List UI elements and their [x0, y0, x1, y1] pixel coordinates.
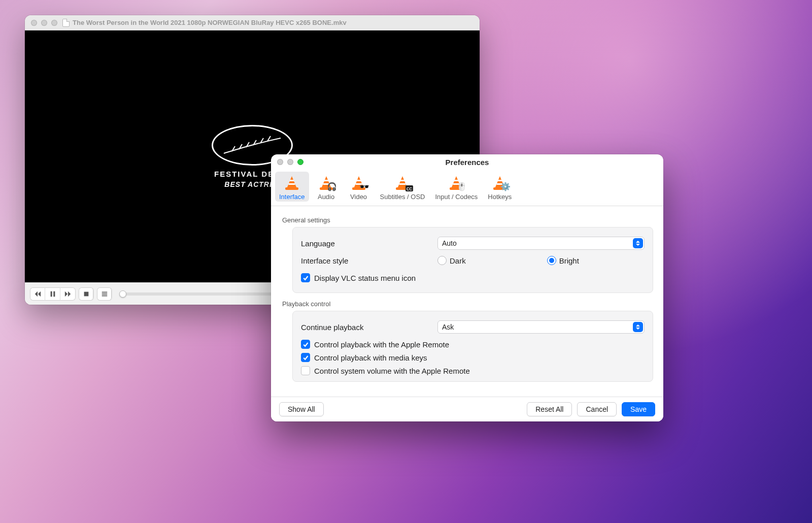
minimize-icon[interactable]	[41, 20, 47, 26]
language-label: Language	[301, 239, 430, 248]
status-icon-label: Display VLC status menu icon	[314, 274, 416, 282]
cancel-button[interactable]: Cancel	[577, 402, 617, 416]
status-icon-row[interactable]: Display VLC status menu icon	[301, 273, 645, 282]
show-all-button[interactable]: Show All	[279, 402, 324, 416]
svg-rect-0	[50, 291, 52, 297]
tab-hotkeys[interactable]: ⚙️ Hotkeys	[484, 172, 516, 202]
cone-input-icon: 🖱️	[447, 174, 466, 191]
tab-label: Input / Codecs	[435, 193, 478, 201]
media-keys-label: Control playback with media keys	[314, 353, 427, 362]
radio-bright[interactable]: Bright	[547, 256, 579, 265]
select-arrows-icon	[633, 322, 643, 332]
tab-input-codecs[interactable]: 🖱️ Input / Codecs	[431, 172, 482, 202]
media-keys-row[interactable]: Control playback with media keys	[301, 353, 645, 362]
language-value: Auto	[442, 239, 457, 247]
general-heading: General settings	[282, 216, 653, 224]
radio-icon	[547, 256, 556, 265]
stop-button[interactable]	[79, 287, 94, 301]
playlist-button[interactable]	[97, 287, 112, 301]
tab-label: Video	[350, 193, 367, 201]
preferences-footer: Show All Reset All Cancel Save	[271, 397, 663, 421]
preferences-titlebar[interactable]: Preferences	[271, 154, 663, 170]
language-select[interactable]: Auto	[437, 237, 645, 250]
cone-hotkeys-icon: ⚙️	[490, 174, 510, 191]
preferences-body: General settings Language Auto Interface…	[271, 206, 663, 397]
checkbox-icon	[301, 273, 310, 282]
tab-label: Hotkeys	[488, 193, 512, 201]
rewind-button[interactable]	[30, 287, 45, 301]
player-title: The Worst Person in the World 2021 1080p…	[62, 19, 347, 27]
preferences-title: Preferences	[271, 158, 663, 167]
cone-icon	[282, 174, 301, 191]
save-button[interactable]: Save	[622, 402, 655, 416]
playback-section: Continue playback Ask Control playback w…	[292, 311, 653, 382]
player-titlebar[interactable]: The Worst Person in the World 2021 1080p…	[25, 15, 480, 30]
zoom-icon[interactable]	[51, 20, 57, 26]
tab-video[interactable]: 🕶️ Video	[344, 172, 374, 202]
continue-playback-label: Continue playback	[301, 323, 430, 332]
system-volume-label: Control system volume with the Apple Rem…	[314, 367, 470, 375]
player-window-controls	[31, 20, 57, 26]
tab-label: Interface	[279, 193, 305, 201]
preferences-toolbar: Interface 🎧 Audio 🕶️ Video cc Subtitles …	[271, 170, 663, 206]
forward-button[interactable]	[60, 287, 76, 301]
continue-playback-value: Ask	[442, 323, 454, 331]
svg-rect-4	[101, 293, 107, 295]
svg-rect-1	[53, 291, 55, 297]
svg-rect-5	[101, 295, 107, 296]
checkbox-icon	[301, 340, 310, 349]
apple-remote-row[interactable]: Control playback with the Apple Remote	[301, 340, 645, 349]
interface-style-group: Dark Bright	[437, 256, 645, 265]
radio-bright-label: Bright	[559, 256, 579, 265]
file-icon	[62, 19, 70, 27]
apple-remote-label: Control playback with the Apple Remote	[314, 340, 449, 349]
close-icon[interactable]	[31, 20, 37, 26]
preferences-window: Preferences Interface 🎧 Audio 🕶️ Video c…	[271, 154, 663, 421]
radio-dark[interactable]: Dark	[437, 256, 466, 265]
svg-rect-3	[101, 291, 107, 292]
radio-icon	[437, 256, 447, 265]
interface-style-label: Interface style	[301, 256, 430, 265]
tab-subtitles[interactable]: cc Subtitles / OSD	[376, 172, 429, 202]
tab-label: Subtitles / OSD	[380, 193, 425, 201]
cone-glasses-icon: 🕶️	[349, 174, 368, 191]
select-arrows-icon	[633, 238, 643, 248]
checkbox-icon	[301, 353, 310, 362]
tab-audio[interactable]: 🎧 Audio	[311, 172, 342, 202]
continue-playback-select[interactable]: Ask	[437, 320, 645, 334]
checkbox-icon	[301, 366, 310, 375]
reset-all-button[interactable]: Reset All	[527, 402, 572, 416]
system-volume-row[interactable]: Control system volume with the Apple Rem…	[301, 366, 645, 375]
player-title-text: The Worst Person in the World 2021 1080p…	[73, 19, 347, 26]
cone-subtitle-icon: cc	[393, 174, 412, 191]
tab-label: Audio	[318, 193, 334, 201]
general-section: Language Auto Interface style Dark Brigh…	[292, 227, 653, 293]
pause-button[interactable]	[45, 287, 60, 301]
seek-thumb[interactable]	[119, 290, 126, 298]
playback-heading: Playback control	[282, 300, 653, 308]
tab-interface[interactable]: Interface	[275, 172, 309, 202]
transport-group	[30, 287, 76, 301]
radio-dark-label: Dark	[450, 256, 466, 265]
cone-headphones-icon: 🎧	[317, 174, 336, 191]
svg-rect-2	[84, 291, 88, 296]
